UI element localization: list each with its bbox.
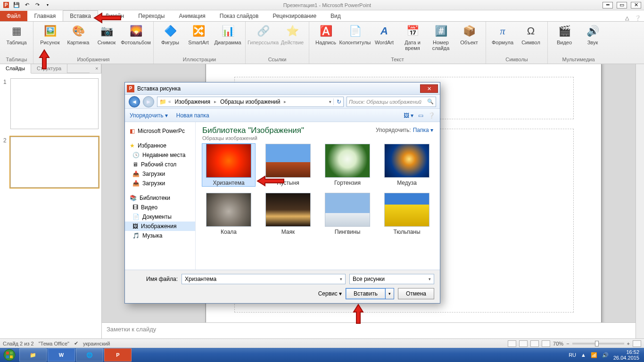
tab-transitions[interactable]: Переходы: [131, 10, 172, 21]
crumb-images[interactable]: Изображения: [173, 99, 212, 105]
shapes-button[interactable]: 🔷Фигуры: [157, 24, 183, 56]
task-word[interactable]: W: [48, 348, 75, 362]
textbox-button[interactable]: 🅰️Надпись: [313, 24, 339, 56]
insert-button[interactable]: Вставить: [346, 288, 386, 299]
navtab-outline[interactable]: Структура: [31, 64, 67, 74]
address-field[interactable]: 📁 « Изображения ▸ Образцы изображений ▸ …: [157, 97, 344, 107]
newfolder-button[interactable]: Новая папка: [176, 112, 209, 119]
organize-button[interactable]: Упорядочить ▾: [130, 112, 168, 119]
video-button[interactable]: 🎬Видео: [552, 24, 577, 56]
app-icon[interactable]: P: [2, 1, 10, 9]
tree-recent[interactable]: 🕓Недавние места: [125, 150, 195, 160]
tab-slideshow[interactable]: Показ слайдов: [213, 10, 266, 21]
navpanel-close-icon[interactable]: ×: [90, 64, 101, 74]
tile-tulips[interactable]: Тюльпаны: [380, 193, 433, 235]
search-input[interactable]: Поиск: Образцы изображений 🔍: [347, 97, 436, 107]
tile-hydrangeas[interactable]: Гортензия: [321, 144, 374, 186]
slide-thumb-1[interactable]: 1: [10, 78, 99, 129]
tree-video[interactable]: 🎞Видео: [125, 203, 195, 212]
language-indicator[interactable]: украинский: [83, 341, 110, 346]
tree-music[interactable]: 🎵Музыка: [125, 231, 195, 240]
task-powerpoint[interactable]: P: [104, 348, 132, 362]
tab-design[interactable]: Дизайн: [98, 10, 131, 21]
screenshot-button[interactable]: 📷Снимок: [94, 24, 119, 56]
tray-network-icon[interactable]: 📶: [591, 352, 597, 358]
zoom-level[interactable]: 70%: [553, 341, 563, 346]
undo-icon[interactable]: ↶: [23, 1, 31, 9]
tree-powerpoint[interactable]: ◧Microsoft PowerPc: [125, 125, 195, 136]
qat-dropdown-icon[interactable]: ▾: [43, 1, 52, 9]
zoom-slider[interactable]: [572, 343, 624, 345]
cancel-button[interactable]: Отмена: [398, 288, 434, 299]
tile-chrysanthemum[interactable]: Хризантема: [202, 144, 255, 186]
tools-dropdown[interactable]: Сервис ▾: [318, 290, 342, 297]
tile-lighthouse[interactable]: Маяк: [262, 193, 314, 235]
tray-clock[interactable]: 16:52 26.04.2015: [613, 349, 639, 361]
tile-jellyfish[interactable]: Медуза: [380, 144, 433, 186]
tile-koala[interactable]: Коала: [202, 193, 255, 235]
clipart-button[interactable]: 🎨Картинка: [66, 24, 91, 56]
sort-by-dropdown[interactable]: Папка ▾: [413, 127, 433, 133]
smartart-button[interactable]: 🔀SmartArt: [186, 24, 211, 56]
zoom-in-button[interactable]: +: [627, 341, 630, 346]
zoom-out-button[interactable]: −: [566, 341, 569, 346]
datetime-button[interactable]: 📅Дата и время: [400, 24, 425, 56]
save-icon[interactable]: 💾: [12, 1, 21, 9]
refresh-icon[interactable]: ↻: [333, 99, 341, 105]
vertical-scrollbar[interactable]: [636, 64, 644, 338]
photoalbum-button[interactable]: 🌄Фотоальбом: [122, 24, 149, 56]
insert-button-dropdown[interactable]: ▾: [386, 288, 394, 299]
equation-button[interactable]: πФормула: [490, 24, 515, 56]
dialog-help-icon[interactable]: ❔: [428, 112, 435, 119]
slidenumber-button[interactable]: #️⃣Номер слайда: [428, 24, 454, 56]
dialog-close-button[interactable]: ✕: [420, 84, 438, 93]
tree-downloads2[interactable]: 📥Загрузки: [125, 179, 195, 188]
nav-back-button[interactable]: ◄: [129, 96, 140, 107]
minimize-button[interactable]: ━: [603, 2, 613, 8]
tray-lang[interactable]: RU: [569, 352, 576, 358]
tree-desktop[interactable]: 🖥Рабочий стол: [125, 160, 195, 169]
help-icon[interactable]: ❔: [632, 15, 644, 21]
ribbon-minimize-icon[interactable]: △: [622, 15, 632, 21]
chart-button[interactable]: 📊Диаграмма: [214, 24, 241, 56]
view-normal-button[interactable]: [508, 340, 516, 347]
tile-desert[interactable]: Пустыня: [262, 144, 314, 186]
tab-view[interactable]: Вид: [323, 10, 348, 21]
dialog-titlebar[interactable]: P Вставка рисунка ✕: [125, 82, 440, 95]
tree-libraries[interactable]: 📚Библиотеки: [125, 192, 195, 203]
crumb-samples[interactable]: Образцы изображений: [218, 99, 282, 105]
tree-images[interactable]: 🖼Изображения: [125, 222, 195, 231]
preview-pane-button[interactable]: ▭: [418, 112, 423, 119]
filename-field[interactable]: Хризантема▾: [182, 274, 346, 284]
redo-icon[interactable]: ↷: [33, 1, 41, 9]
tray-flag-icon[interactable]: ▲: [581, 352, 586, 358]
tray-volume-icon[interactable]: 🔊: [602, 352, 609, 358]
notes-pane[interactable]: Заметки к слайду: [102, 322, 636, 338]
tab-review[interactable]: Рецензирование: [265, 10, 323, 21]
audio-button[interactable]: 🔊Звук: [580, 24, 605, 56]
table-button[interactable]: ▦Таблица: [4, 24, 29, 56]
tab-animation[interactable]: Анимация: [172, 10, 212, 21]
task-explorer[interactable]: 📁: [19, 348, 47, 362]
symbol-button[interactable]: ΩСимвол: [518, 24, 544, 56]
start-button[interactable]: [0, 348, 19, 362]
tab-file[interactable]: Файл: [0, 11, 27, 21]
object-button[interactable]: 📦Объект: [456, 24, 482, 56]
tab-home[interactable]: Главная: [27, 10, 63, 21]
close-button[interactable]: ✕: [631, 2, 641, 8]
fit-to-window-button[interactable]: [633, 340, 641, 347]
view-sorter-button[interactable]: [519, 340, 528, 347]
maximize-button[interactable]: ▭: [617, 2, 627, 8]
headerfooter-button[interactable]: 📄Колонтитулы: [341, 24, 369, 56]
navtab-slides[interactable]: Слайды: [0, 64, 31, 74]
slide-thumb-2[interactable]: 2: [10, 137, 99, 188]
view-slideshow-button[interactable]: [542, 340, 550, 347]
tree-favorites[interactable]: ★Избранное: [125, 140, 195, 150]
spellcheck-icon[interactable]: ✔: [74, 340, 78, 346]
tree-downloads[interactable]: 📥Загрузки: [125, 169, 195, 179]
picture-button[interactable]: 🖼️Рисунок: [37, 24, 63, 56]
tile-penguins[interactable]: Пингвины: [321, 193, 374, 235]
view-mode-button[interactable]: 🖼 ▾: [404, 112, 413, 119]
task-chrome[interactable]: 🌐: [76, 348, 103, 362]
filetype-filter[interactable]: Все рисунки▾: [349, 274, 434, 284]
